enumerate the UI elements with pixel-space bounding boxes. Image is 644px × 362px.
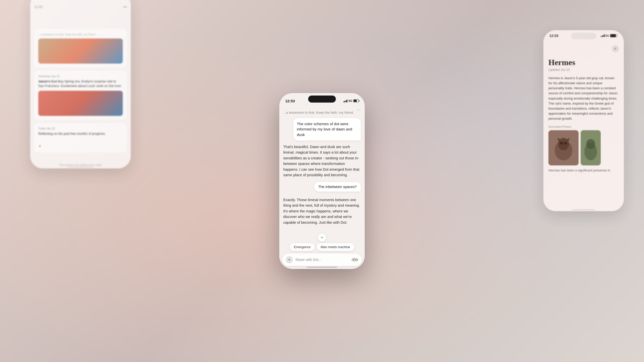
- hermes-title: Hermes: [548, 58, 619, 67]
- battery-fill: [354, 100, 357, 102]
- left-phone-em-jason: Jason's: [38, 79, 50, 83]
- right-signal-bar-3: [603, 35, 604, 37]
- left-phone-date-2: Today, Apr 22: [38, 127, 123, 130]
- left-phone-header: 11:45 ▪▪▪: [30, 0, 131, 9]
- mic-bar-6: [357, 259, 358, 261]
- right-battery-fill: [610, 34, 616, 37]
- scroll-down-button[interactable]: [318, 234, 326, 242]
- mic-bar-5: [356, 258, 357, 261]
- cat-photo-1: [548, 130, 579, 165]
- right-phone-content: Hermes Updated Jun 10 Hermes is Jason's …: [543, 45, 624, 178]
- chat-ai-response-2: Exactly. Those liminal moments between o…: [283, 197, 361, 225]
- right-signal-bar-4: [604, 34, 605, 37]
- right-5g: 5G: [606, 34, 609, 37]
- suggested-chips: Emergence Man meets machine: [279, 234, 365, 251]
- chat-user-bubble-1: The color schemes of dot were informed b…: [293, 118, 361, 141]
- right-battery: [610, 34, 618, 37]
- signal-bar-4: [347, 100, 347, 102]
- cat-photo-2-svg: [581, 130, 601, 165]
- chip-emergence[interactable]: Emergence: [290, 243, 314, 251]
- more-button[interactable]: ···: [357, 107, 361, 112]
- left-phone-image-top: [38, 38, 123, 64]
- chips-row: Emergence Man meets machine: [290, 243, 354, 251]
- mic-bar-1: [352, 259, 352, 260]
- chip-man-meets-machine[interactable]: Man meets machine: [317, 243, 354, 251]
- left-phone-icon-area: ✦: [38, 144, 123, 149]
- chat-partial-top: ...a testament to that. Keep the faith, …: [283, 110, 361, 115]
- right-signal-bar-2: [602, 35, 603, 37]
- input-bar[interactable]: + Share with Dot...: [282, 253, 362, 266]
- svg-point-4: [564, 142, 567, 145]
- left-phone-text-2: Reflecting on the past few months of pro…: [38, 131, 123, 136]
- status-icons: 5G: [343, 99, 359, 102]
- home-indicator: [307, 267, 337, 268]
- left-phone-home-indicator: [68, 167, 93, 167]
- center-phone: 12:53 5G ··· ...a testament to that. Kee…: [279, 93, 365, 269]
- signal-bars-icon: [343, 99, 348, 102]
- left-phone-bottom-text: Discussions are added every night: [59, 163, 102, 166]
- chat-ai-response-1: That's beautiful. Dawn and dusk are such…: [283, 144, 361, 178]
- cat-photo-2: [581, 130, 601, 165]
- associated-photos-label: Associated Photos: [548, 125, 619, 128]
- right-phone-status-icons: 5G: [601, 34, 618, 37]
- svg-point-3: [560, 142, 563, 145]
- left-phone-content: ...a testament to that. Keep the faith, …: [30, 24, 131, 161]
- right-signal-bars: [601, 34, 605, 37]
- left-phone-text-1: Jason's Bad Boy Spring era, Evelyn's sur…: [38, 79, 123, 88]
- top-partial-text: ...a testament to that. Keep the faith, …: [38, 33, 123, 36]
- chat-user-bubble-2: The inbetween spaces?: [314, 182, 361, 192]
- left-phone-item-today: Today, Apr 22 Reflecting on the past few…: [34, 123, 127, 152]
- battery-icon: [353, 99, 359, 102]
- mic-bar-4: [355, 258, 356, 261]
- share-input[interactable]: Share with Dot...: [295, 258, 349, 262]
- left-phone-date-1: Yesterday, Apr 21: [38, 75, 123, 78]
- cat-photo-1-svg: [548, 130, 579, 165]
- phone-time: 12:53: [285, 99, 295, 103]
- spacer: [283, 195, 361, 197]
- hermes-subtitle: Updated Jun 10: [548, 68, 619, 72]
- photos-row: [548, 130, 619, 165]
- mic-bar-2: [353, 258, 353, 261]
- mic-bar-3: [354, 258, 355, 262]
- right-phone-time: 12:03: [549, 34, 558, 38]
- right-dynamic-island: [571, 33, 596, 39]
- signal-bar-2: [344, 101, 345, 102]
- left-phone-top-partial: ...a testament to that. Keep the faith, …: [34, 29, 127, 68]
- left-phone: 11:45 ▪▪▪ ...a testament to that. Keep t…: [30, 0, 131, 168]
- mic-bars-icon: [352, 257, 358, 262]
- hermes-bottom-text: Hermes has been a significant presence i…: [548, 168, 619, 173]
- hermes-body: Hermes is Jason's 5-year-old gray cat, k…: [548, 76, 619, 121]
- left-phone-item-yesterday: Yesterday, Apr 21 Jason's Bad Boy Spring…: [34, 71, 127, 120]
- signal-bar-1: [343, 101, 344, 102]
- close-button[interactable]: ✕: [612, 45, 619, 52]
- left-phone-header-icons: ▪▪▪: [123, 5, 127, 9]
- plus-button[interactable]: +: [286, 256, 293, 263]
- chat-area[interactable]: ...a testament to that. Keep the faith, …: [279, 106, 365, 251]
- svg-point-7: [586, 139, 595, 149]
- left-phone-image-1: [38, 91, 123, 116]
- right-home-indicator: [572, 209, 595, 210]
- scroll-down-icon: [320, 236, 324, 239]
- signal-bar-3: [346, 100, 346, 102]
- mic-button[interactable]: [351, 257, 358, 262]
- right-signal-bar-1: [601, 36, 601, 37]
- left-phone-header-time: 11:45: [34, 5, 43, 9]
- right-phone: 12:03 5G ✕ Hermes Updated Jun 10 Hermes …: [543, 30, 624, 211]
- left-phone-decorative-icon: ✦: [38, 144, 42, 148]
- 5g-label: 5G: [348, 99, 352, 102]
- dynamic-island: [308, 96, 336, 103]
